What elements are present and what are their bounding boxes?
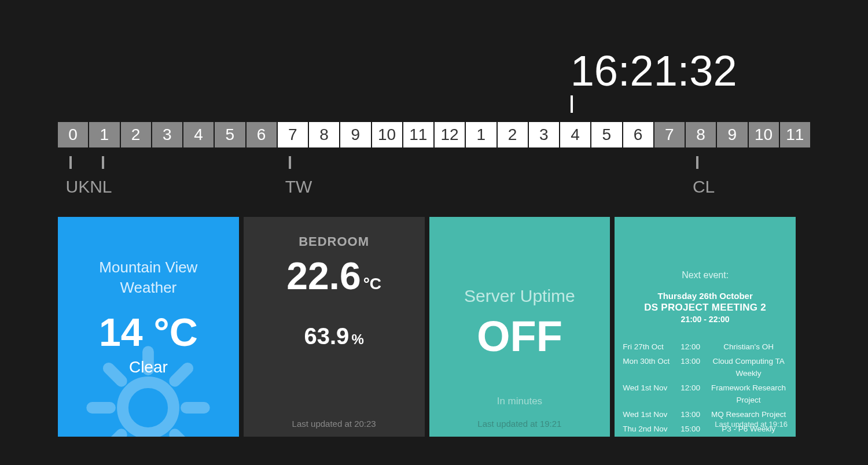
hour-cell: 10 bbox=[749, 122, 780, 147]
event-date: Thu 2nd Nov bbox=[623, 423, 675, 437]
next-event-name: DS PROJECT MEETING 2 bbox=[615, 302, 796, 313]
svg-line-7 bbox=[175, 368, 188, 381]
svg-line-8 bbox=[109, 434, 122, 437]
event-time: 15:00 bbox=[681, 423, 704, 437]
uptime-value: OFF bbox=[429, 312, 610, 361]
room-humidity-value: 63.9 bbox=[304, 323, 350, 349]
hour-cell: 8 bbox=[686, 122, 717, 147]
card-bedroom[interactable]: BEDROOM 22.6°C 63.9% Last updated at 20:… bbox=[244, 217, 425, 437]
hour-cell: 5 bbox=[215, 122, 246, 147]
weather-title: Mountain View Weather bbox=[58, 257, 239, 298]
event-row: Wed 1st Nov12:00Framework Research Proje… bbox=[620, 381, 790, 408]
hour-cell: 12 bbox=[435, 122, 466, 147]
event-time: 12:00 bbox=[681, 382, 704, 407]
next-event-time: 21:00 - 22:00 bbox=[615, 315, 796, 324]
uptime-sub: In minutes bbox=[429, 396, 610, 407]
uptime-updated: Last updated at 19:21 bbox=[429, 419, 610, 429]
clock-time: 16:21:32 bbox=[571, 46, 737, 95]
event-time: 13:00 bbox=[681, 356, 704, 380]
event-row: Mon 30th Oct13:00Cloud Computing TA Week… bbox=[620, 355, 790, 381]
event-name: MQ Research Project bbox=[709, 409, 788, 421]
events-heading: Next event: bbox=[615, 270, 796, 281]
room-temp-value: 22.6 bbox=[286, 254, 361, 297]
hour-cell: 10 bbox=[372, 122, 403, 147]
tz-label-uknl: UKNL bbox=[66, 156, 112, 197]
event-date: Wed 1st Nov bbox=[623, 382, 675, 407]
room-temp-unit: °C bbox=[363, 275, 381, 293]
event-date: Wed 1st Nov bbox=[623, 409, 675, 421]
hour-cell: 0 bbox=[58, 122, 89, 147]
event-time: 13:00 bbox=[681, 409, 704, 421]
hour-cell: 2 bbox=[498, 122, 529, 147]
hour-cell: 7 bbox=[654, 122, 686, 147]
hour-cell: 2 bbox=[121, 122, 152, 147]
hour-cell: 4 bbox=[560, 122, 591, 147]
uptime-title: Server Uptime bbox=[429, 286, 610, 306]
room-humidity-unit: % bbox=[351, 331, 363, 347]
hour-cell: 6 bbox=[247, 122, 278, 147]
hour-cell: 6 bbox=[623, 122, 654, 147]
hour-cell: 7 bbox=[278, 122, 309, 147]
room-humidity: 63.9% bbox=[244, 323, 425, 349]
tz-label-cl: CL bbox=[693, 156, 715, 197]
sun-icon bbox=[84, 344, 212, 437]
event-row: Fri 27th Oct12:00Christian's OH bbox=[620, 340, 790, 355]
hour-cell: 5 bbox=[591, 122, 623, 147]
hour-timeline: 01234567891011121234567891011 bbox=[58, 122, 810, 147]
weather-title-line2: Weather bbox=[120, 279, 176, 296]
hour-cell: 4 bbox=[183, 122, 215, 147]
card-events[interactable]: Next event: Thursday 26th October DS PRO… bbox=[615, 217, 796, 437]
events-updated: Last updated at 19:16 bbox=[715, 420, 788, 429]
event-name: Cloud Computing TA Weekly bbox=[709, 356, 788, 380]
event-name: Framework Research Project bbox=[709, 382, 788, 407]
svg-line-5 bbox=[109, 368, 122, 381]
hour-cell: 11 bbox=[780, 122, 810, 147]
svg-line-6 bbox=[175, 434, 188, 437]
hour-cell: 3 bbox=[152, 122, 183, 147]
clock-indicator bbox=[571, 95, 573, 113]
room-updated: Last updated at 20:23 bbox=[244, 419, 425, 429]
room-temp: 22.6°C bbox=[244, 254, 425, 298]
hour-cell: 8 bbox=[309, 122, 340, 147]
hour-cell: 9 bbox=[717, 122, 748, 147]
timezone-labels: UKNLTWCL bbox=[58, 156, 810, 202]
svg-point-0 bbox=[123, 382, 174, 433]
event-time: 12:00 bbox=[681, 341, 704, 353]
hour-cell: 1 bbox=[89, 122, 120, 147]
event-date: Mon 30th Oct bbox=[623, 356, 675, 380]
event-name: Christian's OH bbox=[709, 341, 788, 353]
hour-cell: 9 bbox=[340, 122, 372, 147]
cards-row: Mountain View Weather 14 °C Clear BEDROO… bbox=[58, 217, 796, 437]
hour-cell: 11 bbox=[403, 122, 435, 147]
hour-cell: 3 bbox=[529, 122, 560, 147]
weather-title-line1: Mountain View bbox=[99, 259, 197, 276]
room-label: BEDROOM bbox=[244, 234, 425, 249]
event-date: Fri 27th Oct bbox=[623, 341, 675, 353]
hour-cell: 1 bbox=[466, 122, 497, 147]
card-weather[interactable]: Mountain View Weather 14 °C Clear bbox=[58, 217, 239, 437]
card-uptime[interactable]: Server Uptime OFF In minutes Last update… bbox=[429, 217, 610, 437]
tz-label-tw: TW bbox=[285, 156, 312, 197]
next-event-date: Thursday 26th October bbox=[615, 291, 796, 301]
